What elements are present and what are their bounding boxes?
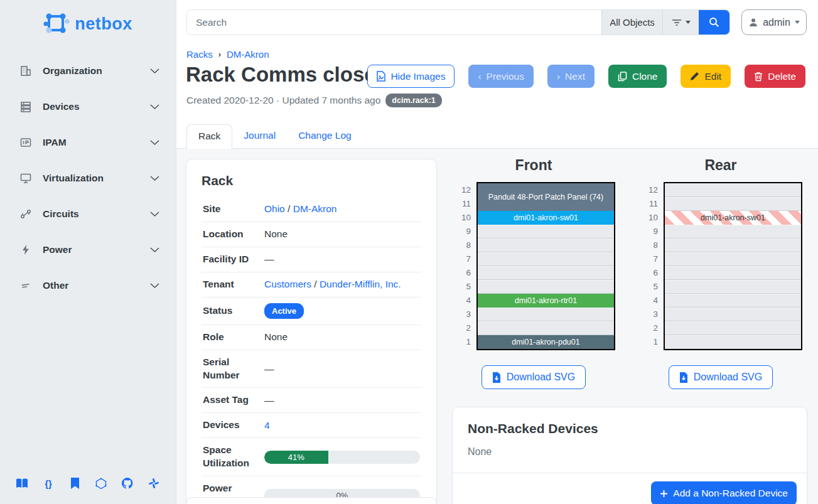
- rack-slot-empty: [665, 321, 801, 335]
- user-name: admin: [763, 17, 790, 28]
- search-icon: [709, 17, 719, 28]
- rack-device[interactable]: Panduit 48-Port Patch Panel (74): [478, 183, 614, 211]
- rack-slot-empty: [478, 266, 614, 280]
- chevron-down-icon: [150, 247, 159, 253]
- object-id-badge: dcim.rack:1: [385, 94, 441, 107]
- search-submit-button[interactable]: [699, 10, 729, 35]
- sidebar-item-label: Virtualization: [43, 173, 150, 184]
- page-header: All Objects: [176, 0, 818, 149]
- chevron-down-icon: [150, 68, 159, 74]
- clone-button[interactable]: Clone: [608, 65, 667, 88]
- delete-button[interactable]: Delete: [745, 65, 805, 88]
- image-file-icon: [377, 71, 385, 82]
- rack-slot-empty: [665, 280, 801, 294]
- trash-icon: [754, 72, 763, 82]
- chevron-down-icon: [150, 104, 159, 110]
- unit-label: 3: [639, 308, 658, 321]
- attr-row-tenant: Tenant Customers / Dunder-Mifflin, Inc.: [202, 272, 421, 297]
- device-count-link[interactable]: 4: [264, 420, 270, 431]
- filter-icon: [672, 19, 682, 26]
- rack-device[interactable]: dmi01-akron-sw01: [478, 211, 614, 225]
- unit-label: 3: [452, 308, 471, 321]
- tab-change-log[interactable]: Change Log: [287, 124, 362, 148]
- sidebar-item-devices[interactable]: Devices: [0, 88, 176, 124]
- building-icon: [19, 64, 33, 78]
- user-menu-button[interactable]: admin: [741, 9, 807, 35]
- caret-down-icon: [686, 21, 691, 24]
- page-title: Rack Comms closet: [186, 63, 383, 87]
- sidebar-footer: {}: [0, 475, 176, 504]
- netbox-logo-icon: [43, 11, 70, 37]
- monitor-icon: [19, 171, 33, 185]
- rack-slot-empty: [665, 266, 801, 280]
- rack-slot-empty: [665, 294, 801, 308]
- download-svg-rear-button[interactable]: Download SVG: [669, 365, 773, 389]
- edit-button[interactable]: Edit: [681, 65, 731, 88]
- rack-slot-empty: [665, 335, 801, 349]
- rack-device[interactable]: dmi01-akron-pdu01: [478, 335, 614, 349]
- search-input[interactable]: [187, 10, 601, 35]
- unit-label: 8: [639, 239, 658, 252]
- tenant-group-link[interactable]: Customers: [264, 279, 311, 289]
- sidebar-item-circuits[interactable]: Circuits: [0, 196, 176, 232]
- rack-slot-empty: [665, 183, 801, 197]
- unit-label: 5: [639, 280, 658, 294]
- sidebar-item-other[interactable]: Other: [0, 267, 176, 303]
- tab-rack[interactable]: Rack: [186, 124, 232, 149]
- unit-label: 2: [639, 321, 658, 335]
- rear-elevation: Rear 121110987654321 dmi01-akron-sw01: [627, 149, 814, 389]
- unit-label: 9: [452, 225, 471, 239]
- download-svg-front-button[interactable]: Download SVG: [482, 365, 586, 389]
- search-scope-button[interactable]: All Objects: [601, 10, 662, 35]
- rack-slot-empty: [665, 197, 801, 211]
- rest-api-braces-icon[interactable]: {}: [40, 475, 57, 491]
- top-bar: All Objects: [186, 9, 808, 35]
- unit-label: 8: [452, 239, 471, 252]
- github-icon[interactable]: [119, 475, 136, 491]
- site-group-link[interactable]: Ohio: [264, 203, 285, 214]
- unit-label: 2: [452, 321, 471, 335]
- graphql-icon[interactable]: [93, 475, 109, 491]
- rack-device[interactable]: dmi01-akron-rtr01: [478, 294, 614, 308]
- sidebar-nav: Organization Devices: [0, 53, 176, 475]
- breadcrumb-link-site[interactable]: DM-Akron: [227, 49, 269, 60]
- site-link[interactable]: DM-Akron: [293, 203, 337, 214]
- chevron-right-icon: ›: [557, 71, 560, 82]
- attr-row-role: Role None: [202, 324, 421, 350]
- unit-label: 12: [639, 183, 658, 197]
- rack-slot-empty: [478, 252, 614, 266]
- serial-value: —: [262, 350, 421, 388]
- community-icon[interactable]: [146, 475, 162, 491]
- unit-label: 6: [639, 266, 658, 280]
- unit-label: 1: [639, 335, 658, 349]
- api-docs-icon[interactable]: [67, 475, 83, 491]
- netbox-logo[interactable]: netbox: [0, 4, 176, 44]
- previous-button[interactable]: ‹ Previous: [468, 65, 533, 88]
- card-title: Non-Racked Devices: [468, 421, 792, 436]
- add-non-racked-device-button[interactable]: Add a Non-Racked Device: [651, 481, 797, 504]
- status-badge: Active: [264, 303, 304, 319]
- tab-journal[interactable]: Journal: [232, 124, 287, 148]
- attr-row-status: Status Active: [202, 297, 421, 324]
- breadcrumb-link-racks[interactable]: Racks: [186, 49, 213, 60]
- rack-elevation-front: Panduit 48-Port Patch Panel (74)dmi01-ak…: [476, 182, 615, 350]
- hide-images-button[interactable]: Hide Images: [367, 65, 455, 88]
- sidebar-item-virtualization[interactable]: Virtualization: [0, 160, 176, 196]
- rack-elevations: Front 121110987654321 Panduit 48-Port Pa…: [440, 149, 818, 389]
- sidebar-item-ipam[interactable]: IPAM: [0, 124, 176, 160]
- braces-glyph: {}: [45, 478, 52, 489]
- docs-book-icon[interactable]: [14, 475, 30, 491]
- person-icon: [748, 18, 758, 28]
- sidebar-item-power[interactable]: Power: [0, 232, 176, 267]
- tenant-link[interactable]: Dunder-Mifflin, Inc.: [320, 279, 401, 289]
- search-filter-button[interactable]: [662, 10, 699, 35]
- rack-slot-empty: [478, 280, 614, 294]
- elevation-title-front: Front: [515, 157, 552, 174]
- non-racked-devices-card: Non-Racked Devices None Add a Non-Racked…: [452, 407, 807, 504]
- unit-label: 6: [452, 266, 471, 280]
- sidebar-item-organization[interactable]: Organization: [0, 53, 176, 88]
- unit-labels: 121110987654321: [452, 182, 471, 350]
- next-button[interactable]: › Next: [547, 65, 595, 88]
- rack-slot-empty: [478, 308, 614, 321]
- rack-device[interactable]: dmi01-akron-sw01: [665, 211, 801, 225]
